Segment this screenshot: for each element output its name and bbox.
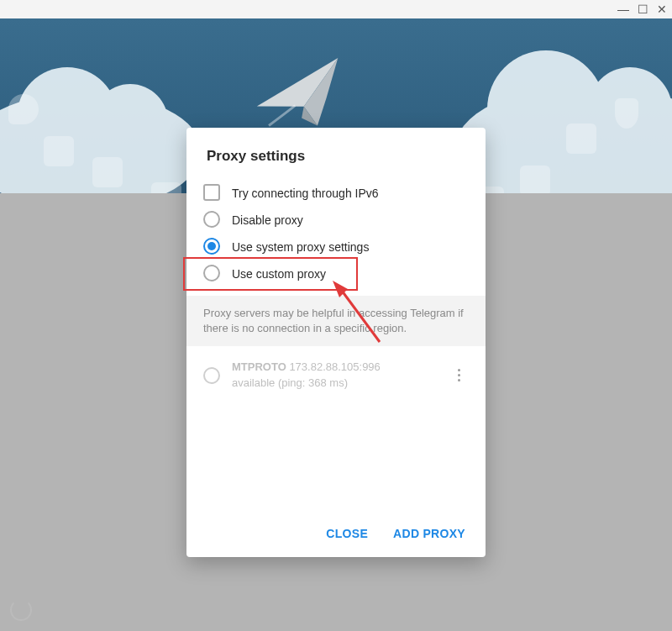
loading-spinner-icon — [10, 599, 32, 621]
close-window-button[interactable]: ✕ — [657, 3, 667, 15]
option-ipv6[interactable]: Try connecting through IPv6 — [203, 180, 469, 207]
proxy-list: MTPROTO 173.82.88.105:996 available (pin… — [186, 346, 486, 403]
proxy-address: 173.82.88.105:996 — [289, 360, 380, 373]
radio-icon — [203, 211, 220, 228]
radio-icon — [203, 238, 220, 255]
proxy-item-text: MTPROTO 173.82.88.105:996 available (pin… — [232, 360, 449, 390]
proxy-options-group: Try connecting through IPv6 Disable prox… — [186, 180, 486, 296]
svg-marker-0 — [251, 58, 345, 114]
proxy-settings-dialog: Proxy settings Try connecting through IP… — [186, 128, 486, 557]
info-text: Proxy servers may be helpful in accessin… — [203, 306, 469, 336]
deco-icon — [8, 94, 39, 124]
maximize-button[interactable]: ☐ — [638, 3, 648, 15]
dialog-header: Proxy settings — [186, 128, 486, 180]
deco-icon — [520, 166, 550, 193]
dialog-title: Proxy settings — [207, 148, 465, 165]
radio-icon — [203, 265, 220, 281]
option-label: Use custom proxy — [232, 267, 326, 281]
proxy-status: available (ping: 368 ms) — [232, 376, 449, 391]
cloud-decoration — [454, 84, 672, 193]
deco-icon — [44, 136, 74, 166]
more-menu-icon[interactable] — [449, 364, 469, 386]
option-label: Try connecting through IPv6 — [232, 187, 379, 200]
proxy-protocol: MTPROTO — [232, 360, 286, 373]
radio-icon — [203, 367, 220, 384]
deco-icon — [615, 98, 638, 129]
spacer — [186, 404, 486, 513]
deco-icon — [566, 124, 596, 154]
option-disable-proxy[interactable]: Disable proxy — [203, 207, 469, 234]
dialog-footer: CLOSE ADD PROXY — [186, 513, 486, 557]
add-proxy-button[interactable]: ADD PROXY — [393, 527, 465, 540]
close-button[interactable]: CLOSE — [326, 527, 368, 540]
option-label: Disable proxy — [232, 213, 303, 227]
deco-icon — [92, 157, 123, 187]
deco-icon — [151, 182, 181, 193]
option-custom-proxy[interactable]: Use custom proxy — [203, 260, 469, 287]
proxy-list-item[interactable]: MTPROTO 173.82.88.105:996 available (pin… — [186, 350, 486, 400]
minimize-button[interactable]: — — [617, 3, 629, 15]
option-system-proxy[interactable]: Use system proxy settings — [203, 234, 469, 260]
checkbox-icon — [203, 184, 220, 201]
option-label: Use system proxy settings — [232, 240, 369, 254]
info-strip: Proxy servers may be helpful in accessin… — [186, 296, 486, 346]
window-titlebar: — ☐ ✕ — [0, 0, 672, 18]
